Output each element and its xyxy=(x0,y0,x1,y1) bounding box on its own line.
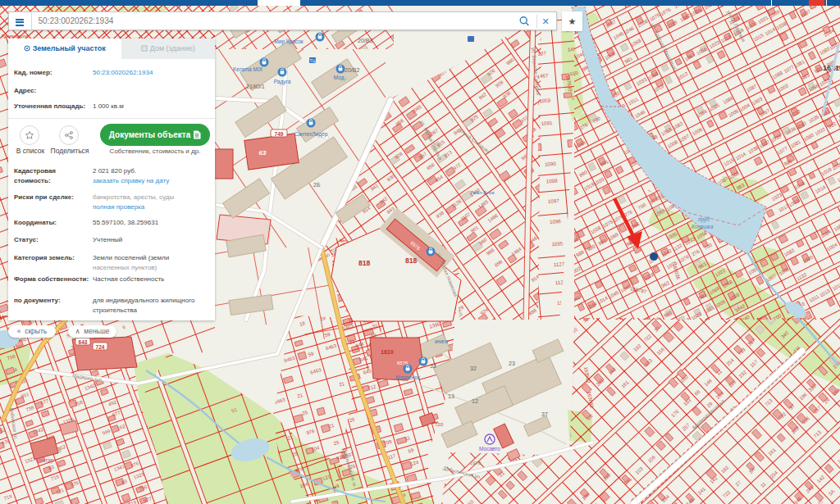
svg-text:Мосавто: Мосавто xyxy=(479,446,500,452)
svg-text:Радуга: Радуга xyxy=(274,79,291,85)
svg-text:Реал-Блок: Реал-Блок xyxy=(470,190,495,195)
svg-text:Kerama MIX: Kerama MIX xyxy=(233,66,263,72)
svg-text:32: 32 xyxy=(430,363,436,369)
svg-text:книги: книги xyxy=(435,338,448,344)
svg-text:1097: 1097 xyxy=(548,198,560,204)
svg-text:20/В3: 20/В3 xyxy=(358,38,372,43)
svg-text:1127: 1127 xyxy=(554,261,565,267)
svg-text:21/Ю/1: 21/Ю/1 xyxy=(246,84,265,89)
svg-text:720: 720 xyxy=(435,422,444,427)
svg-text:1090: 1090 xyxy=(545,161,557,167)
svg-text:818: 818 xyxy=(358,259,370,267)
svg-text:СантехЛидер: СантехЛидер xyxy=(294,131,328,138)
svg-text:32: 32 xyxy=(470,366,477,371)
svg-text:1095: 1095 xyxy=(551,240,564,247)
svg-text:20/В2: 20/В2 xyxy=(345,67,359,73)
svg-text:1098: 1098 xyxy=(546,177,558,184)
svg-text:Коняшка: Коняшка xyxy=(692,224,714,229)
svg-text:1096: 1096 xyxy=(550,218,562,225)
svg-text:12: 12 xyxy=(472,398,478,404)
svg-text:Нектар: Нектар xyxy=(36,457,54,464)
svg-text:пруд: пруд xyxy=(698,216,710,223)
svg-text:23: 23 xyxy=(509,361,515,366)
svg-text:749: 749 xyxy=(275,131,284,137)
svg-text:ТЦ: ТЦ xyxy=(310,58,316,63)
svg-text:1091: 1091 xyxy=(541,120,553,126)
svg-text:818: 818 xyxy=(405,257,417,265)
svg-text:643: 643 xyxy=(79,339,88,345)
svg-text:Мир Красок: Мир Красок xyxy=(274,39,303,45)
svg-text:Мод..: Мод.. xyxy=(334,75,348,81)
svg-text:63: 63 xyxy=(259,149,267,157)
svg-text:1059: 1059 xyxy=(539,97,551,103)
svg-text:37: 37 xyxy=(541,411,548,417)
svg-text:2Б: 2Б xyxy=(313,182,321,188)
svg-text:Мэрленок: Мэрленок xyxy=(395,375,420,381)
svg-text:1610: 1610 xyxy=(381,349,394,355)
svg-text:1970: 1970 xyxy=(470,461,482,465)
svg-text:724: 724 xyxy=(96,344,105,350)
svg-text:13: 13 xyxy=(448,393,454,399)
